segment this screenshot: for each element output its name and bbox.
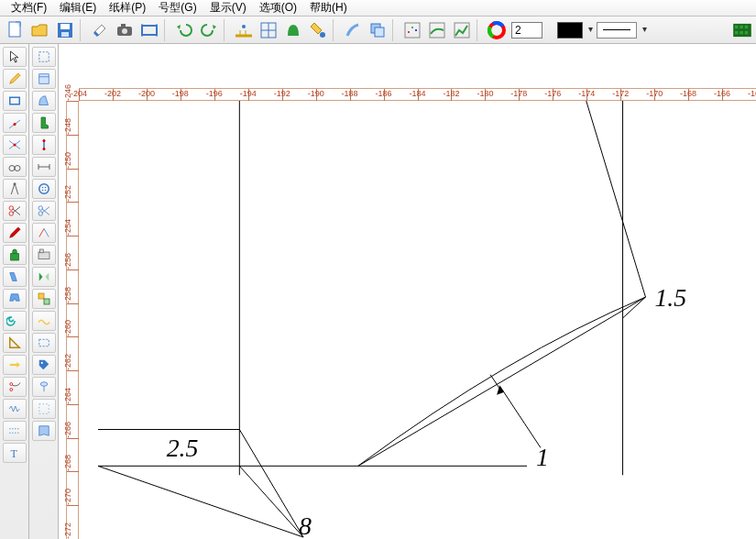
ruler-button[interactable] — [232, 19, 256, 41]
svg-point-69 — [44, 190, 46, 192]
separator — [333, 19, 338, 41]
svg-point-46 — [9, 206, 14, 211]
spiral-tool[interactable] — [3, 311, 27, 331]
svg-rect-30 — [735, 25, 739, 28]
undo-button[interactable] — [172, 19, 196, 41]
parallel-tool[interactable] — [3, 267, 27, 287]
zoom-input[interactable] — [511, 22, 542, 38]
paint-button[interactable] — [306, 19, 330, 41]
save-button[interactable] — [53, 19, 77, 41]
svg-point-81 — [40, 362, 42, 364]
compass-tool[interactable] — [3, 179, 27, 199]
button-tool[interactable] — [32, 179, 56, 199]
glasses-tool[interactable] — [3, 157, 27, 177]
scissors-tool[interactable] — [3, 201, 27, 221]
shorts-tool[interactable] — [3, 289, 27, 309]
frame-button[interactable] — [137, 19, 161, 41]
thread-tool[interactable] — [32, 377, 56, 397]
svg-point-67 — [44, 187, 46, 189]
vline-tool[interactable] — [32, 135, 56, 155]
pen-tool[interactable] — [3, 223, 27, 243]
menu-size[interactable]: 号型(G) — [153, 0, 202, 16]
hmeasure-tool[interactable] — [32, 157, 56, 177]
linetype-dropdown[interactable] — [597, 22, 637, 38]
layers-button[interactable] — [366, 19, 389, 41]
svg-rect-7 — [142, 26, 157, 35]
text-tool[interactable]: T — [3, 443, 27, 463]
separator — [477, 19, 482, 41]
svg-point-5 — [122, 28, 127, 34]
top-toolbar — [0, 16, 756, 44]
svg-point-70 — [38, 206, 43, 211]
join-tool[interactable] — [32, 223, 56, 243]
svg-rect-78 — [38, 293, 44, 299]
intersect-tool[interactable] — [3, 135, 27, 155]
boot-tool[interactable] — [32, 113, 56, 133]
brush-button[interactable] — [341, 19, 365, 41]
arrow-tool[interactable] — [3, 355, 27, 375]
svg-point-22 — [411, 27, 413, 28]
dashed-select-tool[interactable] — [32, 399, 56, 419]
triangle-tool[interactable] — [3, 333, 27, 353]
separator — [164, 19, 170, 41]
svg-line-86 — [586, 101, 646, 297]
select-box-tool[interactable] — [32, 47, 56, 67]
scatter-button[interactable] — [400, 19, 424, 41]
menu-options[interactable]: 选项(O) — [254, 0, 302, 16]
pencil-tool[interactable] — [3, 69, 27, 89]
graph2-button[interactable] — [450, 19, 474, 41]
svg-line-89 — [239, 430, 303, 538]
svg-point-43 — [15, 166, 20, 171]
bag-tool[interactable] — [3, 245, 27, 265]
point-tool[interactable] — [3, 113, 27, 133]
color-ring-button[interactable] — [485, 19, 509, 41]
dash-rect-tool[interactable] — [32, 333, 56, 353]
svg-point-82 — [40, 382, 48, 387]
new-button[interactable] — [4, 19, 27, 41]
menu-pattern[interactable]: 纸样(P) — [104, 0, 151, 16]
blue-scissors-tool[interactable] — [32, 201, 56, 221]
machine-tool[interactable] — [32, 245, 56, 265]
menu-view[interactable]: 显示(V) — [204, 0, 252, 16]
color-swatch[interactable] — [557, 22, 583, 38]
curve-shape-tool[interactable] — [32, 91, 56, 111]
tag-tool[interactable] — [32, 355, 56, 375]
svg-rect-33 — [735, 30, 739, 34]
eraser-button[interactable] — [88, 19, 112, 41]
dim-label-right: 1.5 — [654, 283, 686, 312]
svg-rect-35 — [745, 30, 749, 34]
menu-help[interactable]: 帮助(H) — [304, 0, 353, 16]
svg-rect-34 — [740, 30, 743, 34]
svg-rect-57 — [38, 74, 49, 84]
grid-button[interactable] — [257, 19, 280, 41]
menu-file[interactable]: 文档(F) — [5, 0, 52, 16]
pointer-tool[interactable] — [3, 47, 27, 67]
separator — [224, 19, 229, 41]
flip-h-tool[interactable] — [32, 267, 56, 287]
cut-curve-tool[interactable] — [3, 377, 27, 397]
svg-rect-6 — [121, 24, 126, 28]
svg-line-92 — [358, 297, 646, 466]
svg-rect-3 — [61, 32, 69, 37]
camera-button[interactable] — [113, 19, 137, 41]
svg-text:T: T — [10, 447, 17, 460]
wave-tool[interactable] — [32, 311, 56, 331]
fabric-tool[interactable] — [32, 421, 56, 441]
dotted-tool[interactable] — [3, 421, 27, 441]
separator — [392, 19, 398, 41]
tool-column-2 — [29, 44, 59, 539]
graph1-button[interactable] — [425, 19, 449, 41]
rectangle-tool[interactable] — [3, 91, 27, 111]
menu-edit[interactable]: 编辑(E) — [54, 0, 102, 16]
redo-button[interactable] — [197, 19, 221, 41]
group-tool[interactable] — [32, 289, 56, 309]
film-icon[interactable] — [732, 23, 752, 38]
shape-button[interactable] — [281, 19, 305, 41]
zigzag-tool[interactable] — [3, 399, 27, 419]
svg-point-42 — [9, 166, 15, 171]
drawing-canvas[interactable]: 2.5 8 1 1.5 — [79, 101, 756, 539]
svg-line-75 — [44, 229, 49, 237]
svg-point-71 — [38, 212, 43, 216]
open-button[interactable] — [28, 19, 52, 41]
panel-tool[interactable] — [32, 69, 56, 89]
